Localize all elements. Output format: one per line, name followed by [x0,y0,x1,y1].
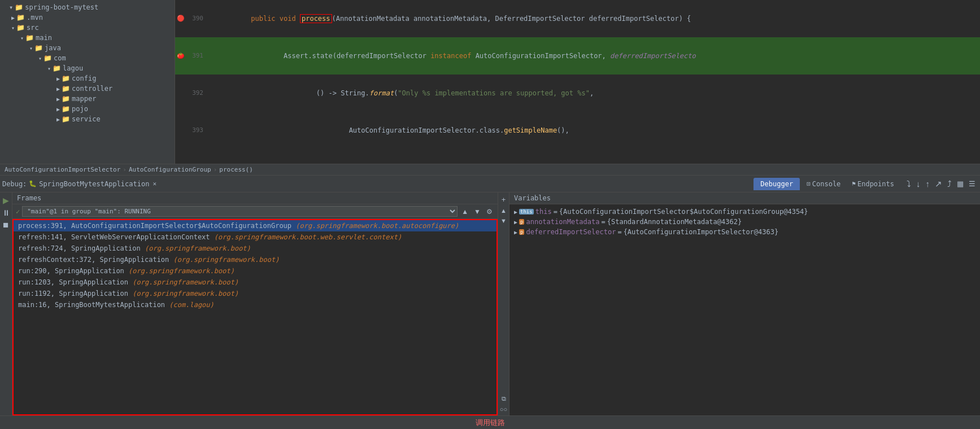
folder-icon-controller: 📁 [62,85,70,93]
tree-item-lagou[interactable]: ▾ 📁 lagou [0,63,175,73]
frame-item-1[interactable]: refresh:141, ServletWebServerApplication… [14,231,496,243]
frame-item-3[interactable]: refreshContext:372, SpringApplication (o… [14,254,496,265]
expand-arrow-service: ▶ [56,116,60,122]
folder-icon: ▾ [9,3,13,11]
thread-filter-button[interactable]: ⚙ [485,207,494,216]
folder-icon-pojo: 📁 [62,105,70,113]
folder-icon-config: 📁 [62,75,70,82]
side-scroll-controls: + ▲ ▼ ⧉ ○○ [498,192,509,415]
breadcrumb-part1[interactable]: AutoConfigurationImportSelector [5,166,120,173]
tree-item-service[interactable]: ▶ 📁 service [0,114,175,124]
thread-selector-row: ✓ "main"@1 in group "main": RUNNING ▲ ▼ … [12,204,498,219]
check-icon: ✓ [16,208,20,216]
frames-section: Frames ✓ "main"@1 in group "main": RUNNI… [12,192,498,415]
gutter-390: 🔴 [175,12,186,25]
frame-item-2[interactable]: refresh:724, SpringApplication (org.spri… [14,243,496,254]
var-deferred-name: deferredImportSelector [526,228,616,236]
settings-button[interactable]: ☰ [966,179,978,189]
thread-up-button[interactable]: ▲ [460,207,470,216]
tree-item-main[interactable]: ▾ 📁 main [0,33,175,43]
tree-item-src[interactable]: ▾ 📁 src [0,23,175,33]
var-this-eq: = [554,208,557,216]
force-run-to-cursor-button[interactable]: ⤴ [945,178,954,189]
code-line-394: 394 deferredImportSelector.getClass().ge… [175,149,980,164]
expand-arrow-mapper: ▶ [56,96,60,102]
tree-item-com[interactable]: ▾ 📁 com [0,53,175,63]
debug-app-name[interactable]: SpringBootMytestApplication [39,180,149,188]
thread-down-button[interactable]: ▼ [472,207,482,216]
debug-tab-bar: Debug: 🐛 SpringBootMytestApplication ✕ D… [0,176,980,192]
expand-icon-annotation: ▶ [514,219,517,225]
tree-item-java[interactable]: ▾ 📁 java [0,43,175,53]
debug-left-gutter: ▶ ⏸ ⏹ [0,192,12,415]
step-into-button[interactable]: ↓ [914,178,923,189]
variables-list: ▶ this this = {AutoConfigurationImportSe… [509,204,980,415]
line-content-392: () -> String.format("Only %s implementat… [208,75,980,112]
var-item-deferred[interactable]: ▶ p deferredImportSelector = {AutoConfig… [509,227,980,237]
variables-header: Variables [509,192,980,204]
var-annotation-value: {StandardAnnotationMetadata@4362} [607,218,742,226]
frames-list: process:391, AutoConfigurationImportSele… [12,219,498,415]
code-line-393: 393 AutoConfigurationImportSelector.clas… [175,112,980,149]
copy-button[interactable]: ⧉ [501,395,507,403]
breadcrumb-part3[interactable]: process() [219,166,253,173]
run-to-cursor-button[interactable]: ↗ [933,178,944,190]
var-annotation-name: annotationMetadata [526,218,599,226]
line-content-391: Assert.state(deferredImportSelector inst… [208,37,980,75]
var-item-annotation-metadata[interactable]: ▶ p annotationMetadata = {StandardAnnota… [509,217,980,227]
var-item-this[interactable]: ▶ this this = {AutoConfigurationImportSe… [509,207,980,217]
p-badge-deferred: p [519,229,524,235]
tree-item-controller[interactable]: ▶ 📁 controller [0,84,175,94]
folder-icon-mvn: 📁 [16,14,25,21]
call-chain-text[interactable]: 调用链路 [476,418,505,428]
tree-item-config[interactable]: ▶ 📁 config [0,73,175,84]
debug-label: Debug: [2,180,27,188]
breadcrumb-sep1: › [123,166,127,173]
tab-console[interactable]: ⊡Console [801,178,846,190]
breadcrumb-part2[interactable]: AutoConfigurationGroup [129,166,211,173]
breadcrumb: AutoConfigurationImportSelector › AutoCo… [0,164,980,176]
frames-button[interactable]: ▦ [955,179,966,189]
code-line-390: 🔴 390 public void process(AnnotationMeta… [175,0,980,37]
add-watch-button[interactable]: + [501,195,507,204]
var-deferred-eq: = [617,228,621,236]
project-label: spring-boot-mytest [25,3,98,11]
mapper-label: mapper [72,95,96,103]
tree-item-pojo[interactable]: ▶ 📁 pojo [0,104,175,114]
frame-item-6[interactable]: run:1192, SpringApplication (org.springf… [14,288,496,299]
endpoints-icon: ⚑ [852,180,856,187]
tree-item-root[interactable]: ▾ 📁 spring-boot-mytest [0,2,175,12]
thread-select[interactable]: "main"@1 in group "main": RUNNING [22,206,458,217]
tree-item-mapper[interactable]: ▶ 📁 mapper [0,94,175,104]
debug-text: Debug: [2,180,27,188]
bottom-bar: 调用链路 [0,415,980,429]
p-badge-annotation: p [519,219,524,225]
tab-endpoints[interactable]: ⚑Endpoints [846,178,900,190]
step-over-button[interactable]: ⤵ [904,178,913,189]
folder-icon-service: 📁 [62,115,70,123]
expand-arrow-config: ▶ [56,76,60,82]
code-line-392: 392 () -> String.format("Only %s impleme… [175,75,980,112]
pause-button[interactable]: ⏸ [2,208,10,217]
restore-button[interactable]: ○○ [499,405,508,413]
line-num-393: 393 [186,124,208,137]
frames-header: Frames [12,192,498,204]
stop-button[interactable]: ⏹ [2,221,10,229]
step-out-button[interactable]: ↑ [924,178,933,189]
frame-item-5[interactable]: run:1203, SpringApplication (org.springf… [14,277,496,288]
com-label: com [54,54,66,62]
lagou-label: lagou [63,64,83,72]
frame-item-7[interactable]: main:16, SpringBootMytestApplication (co… [14,299,496,310]
close-tab-icon[interactable]: ✕ [153,180,156,187]
frame-item-4[interactable]: run:290, SpringApplication (org.springfr… [14,265,496,277]
resume-button[interactable]: ▶ [3,196,9,205]
folder-icon-java: 📁 [34,44,43,52]
scroll-up-button[interactable]: ▲ [500,207,507,214]
tab-debugger[interactable]: Debugger [753,178,800,190]
tree-item-mvn[interactable]: ▶ 📁 .mvn [0,12,175,23]
expand-arrow-java: ▾ [29,45,33,51]
frame-item-0[interactable]: process:391, AutoConfigurationImportSele… [14,220,496,231]
expand-arrow-lagou: ▾ [47,65,51,72]
scroll-down-button[interactable]: ▼ [500,217,507,225]
expand-arrow-src: ▾ [11,25,15,31]
